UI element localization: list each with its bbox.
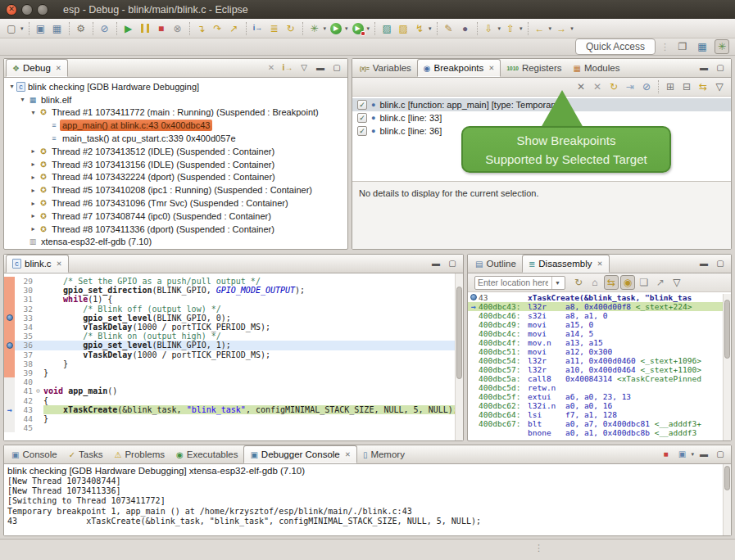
tree-expander-icon[interactable]: ▸ [29,200,38,207]
debug-tree-row[interactable]: ▾✪Thread #1 1073411772 (main : Running) … [4,106,347,120]
collapse-all-button[interactable]: ⊟ [679,79,694,94]
range-indicator[interactable] [4,323,15,332]
last-edit-location-button[interactable]: ● [458,21,473,36]
close-icon[interactable]: ✕ [57,260,62,268]
tree-expander-icon[interactable]: ▸ [29,187,38,194]
debug-tree-row[interactable]: ▸✪Thread #2 1073413512 (IDLE) (Suspended… [4,145,347,158]
disassembly-row[interactable]: 400dbc67:blta0, a7, 0x400dbc81 <__adddf3… [468,419,731,428]
skip-all-breakpoints-button[interactable]: ⊘ [98,21,112,36]
disassembly-row[interactable]: 400dbc4f:mov.na13, a15 [468,338,731,347]
tree-expander-icon[interactable]: ▾ [18,96,27,103]
annotation-gutter[interactable] [4,414,15,423]
chevron-down-icon[interactable]: ▾ [367,25,370,32]
range-indicator[interactable] [4,341,15,350]
chevron-down-icon[interactable]: ▼ [551,277,563,289]
disassembly-listing[interactable]: 43xTaskCreate(&blink_task, "blink_tas→40… [468,292,731,437]
restart-button[interactable]: ↻ [284,21,298,36]
open-perspective-button[interactable]: ❐ [675,39,690,54]
close-button[interactable]: ✕ [6,4,17,16]
skip-all-breakpoints-button[interactable]: ⊘ [639,79,654,94]
location-input[interactable] [475,278,551,287]
show-breakpoints-supported-button[interactable]: ↻ [606,79,621,94]
code-line[interactable]: 36 gpio_set_level(BLINK_GPIO, 1); [4,341,463,350]
code-line[interactable]: 38 } [4,359,463,368]
disassembly-row[interactable]: →400dbc43:l32ra8, 0x400d00f8 <_stext+224… [468,302,731,311]
console-output[interactable]: blink checking [GDB Hardware Debugging] … [4,464,731,536]
instruction-stepping-button[interactable]: i→ [251,21,265,36]
terminate-button[interactable]: ■ [658,447,673,462]
run-button[interactable]: ▶ [329,21,343,36]
view-menu-button[interactable]: ▽ [669,275,684,290]
range-indicator[interactable] [4,350,15,359]
disassembly-row[interactable]: 400dbc5d:retw.n [468,383,731,392]
disassembly-row[interactable]: 400dbc62:l32i.na0, a0, 16 [468,401,731,410]
chevron-down-icon[interactable]: ▾ [519,25,523,32]
tab-tasks[interactable]: ✓Tasks [63,445,109,463]
maximize-button[interactable]: ▢ [329,61,344,75]
mark-occurrences-button[interactable]: ✎ [442,21,456,36]
debug-tree-row[interactable]: ▸✪Thread #3 1073413156 (IDLE) (Suspended… [4,158,347,171]
console-scrollbar[interactable] [723,464,731,536]
disassembly-row[interactable]: 400dbc54:l32ra11, 0x400d0460 <_stext+109… [468,356,731,365]
expand-all-button[interactable]: ⊞ [663,79,678,94]
breakpoint-checkbox[interactable]: ✓ [357,126,367,136]
open-resource-button[interactable]: ▨ [396,21,411,36]
disassembly-row[interactable]: 400dbc64:lsif7, a1, 128 [468,410,731,419]
link-with-debug-view-button[interactable]: ⇆ [696,79,710,94]
disassembly-row[interactable]: 400dbc5a:call80x40084314 <xTaskCreatePin… [468,374,731,383]
debug-tree-row[interactable]: ▸✪Thread #5 1073410208 (ipc1 : Running) … [4,183,347,196]
maximize-button[interactable]: ▢ [713,447,728,462]
code-line[interactable]: 30 gpio_set_direction(BLINK_GPIO, GPIO_M… [4,286,463,295]
chevron-down-icon[interactable]: ▾ [345,25,348,32]
quick-access-button[interactable]: Quick Access [575,38,656,55]
disassembly-row[interactable]: 400dbc46:s32ia8, a1, 0 [468,311,731,320]
view-menu-button[interactable]: ▽ [297,61,311,75]
code-line[interactable]: →43 xTaskCreate(&blink_task, "blink_task… [4,405,463,414]
annotation-gutter[interactable] [4,395,15,404]
minimize-button[interactable]: ▬ [696,447,711,462]
chevron-down-icon[interactable]: ▾ [691,451,694,458]
step-into-button[interactable]: ↴ [194,21,209,36]
minimize-button[interactable]: ▬ [696,256,711,271]
suspend-button[interactable] [138,21,152,36]
open-element-button[interactable]: ▨ [379,21,394,36]
tree-expander-icon[interactable]: ▸ [29,212,38,219]
range-indicator[interactable] [4,305,15,314]
code-line[interactable]: 34 vTaskDelay(1000 / portTICK_PERIOD_MS)… [4,323,463,332]
tree-expander-icon[interactable]: ▸ [29,147,38,155]
code-line[interactable]: 39} [4,368,463,377]
close-icon[interactable]: ✕ [345,450,351,458]
disassembly-row[interactable]: 400dbc4c:movia14, 5 [468,329,731,338]
tab-debugger-console[interactable]: ▣Debugger Console✕ [243,445,356,463]
breakpoint-icon[interactable] [7,314,13,321]
tab-registers[interactable]: 1010Registers [501,59,567,77]
debug-perspective-button[interactable]: ✳ [715,39,729,54]
chevron-down-icon[interactable]: ▾ [549,25,552,32]
chevron-down-icon[interactable]: ▾ [570,25,574,32]
range-indicator[interactable] [4,368,15,377]
next-annotation-button[interactable]: ⇩ [482,21,497,36]
sync-with-context-button[interactable]: ⇆ [604,275,619,290]
minimize-button[interactable]: ▬ [696,61,711,75]
step-return-button[interactable]: ↗ [227,21,242,36]
debug-tree-row[interactable]: ▸✪Thread #4 1073432224 (dport) (Suspende… [4,171,347,184]
maximize-button[interactable]: ▢ [445,256,460,271]
tree-expander-icon[interactable]: ▾ [29,109,38,116]
range-indicator[interactable] [4,332,15,341]
tab-debug[interactable]: ❖Debug✕ [6,59,68,77]
minimize-button[interactable]: ▬ [429,256,443,271]
debug-tree-row[interactable]: ▥xtensa-esp32-elf-gdb (7.10) [4,236,347,249]
drag-handle[interactable]: ⋮ [534,543,543,553]
back-button[interactable]: ← [533,21,547,36]
fold-collapse-icon[interactable]: ⊖ [34,387,42,395]
save-all-button[interactable]: ▦ [50,21,65,36]
debug-tree-row[interactable]: ▾cblink checking [GDB Hardware Debugging… [4,80,347,93]
code-line[interactable]: 31 while(1) { [4,295,463,304]
tab-disassembly[interactable]: ≣Disassembly✕ [522,255,610,273]
chevron-down-icon[interactable]: ▾ [324,25,327,32]
display-selected-console-button[interactable]: ▣ [674,447,689,462]
annotation-gutter[interactable]: → [4,405,15,414]
flash-button[interactable]: ↯ [412,21,427,36]
chevron-down-icon[interactable]: ▾ [498,25,501,32]
tab-outline[interactable]: ▤Outline [470,255,522,273]
